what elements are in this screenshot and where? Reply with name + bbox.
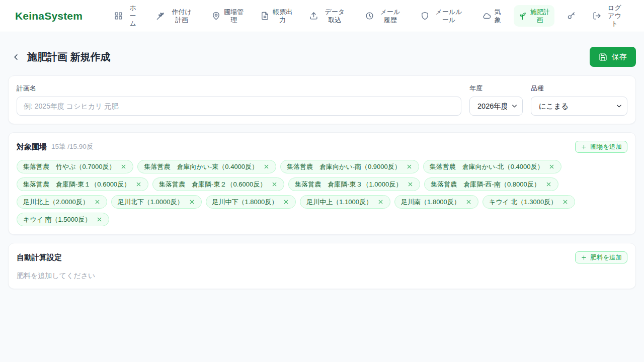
field-chip-label: 足川北上（2.0000反） <box>23 198 89 207</box>
field-chip: 集落営農 竹やぶ（0.7000反） <box>17 160 133 173</box>
plan-name-input[interactable] <box>17 97 461 116</box>
remove-field-button[interactable] <box>548 163 555 170</box>
remove-field-button[interactable] <box>406 163 413 170</box>
field-chip: 足川北上（2.0000反） <box>17 195 107 209</box>
nav-item-weather[interactable]: 気象 <box>478 5 506 27</box>
sprout-icon <box>518 12 527 20</box>
logout-icon <box>593 12 601 20</box>
field-chip-label: 集落営農 倉庫隣-西-南（0.8000反） <box>431 180 540 189</box>
field-chip-label: 集落営農 倉庫向かい-東（0.4000反） <box>144 162 258 171</box>
field-chip: 足川中上（1.1000反） <box>300 195 390 209</box>
field-chip-label: 集落営農 倉庫隣-東２（0.6000反） <box>159 180 266 189</box>
upload-icon <box>309 12 318 20</box>
target-fields-summary: 15筆 /15.90反 <box>51 142 93 151</box>
nav-item-mail-history[interactable]: メール履歴 <box>361 5 408 27</box>
field-chip-label: 集落営農 竹やぶ（0.7000反） <box>23 162 115 171</box>
plan-name-label: 計画名 <box>17 84 461 93</box>
nav-item-label: 施肥計画 <box>530 8 550 24</box>
remove-field-button[interactable] <box>562 199 569 205</box>
add-fertilizer-button-label: 肥料を追加 <box>590 253 622 262</box>
field-chip-label: 足川中上（1.1000反） <box>306 198 372 207</box>
nav-item-label: メール履歴 <box>377 8 404 24</box>
variety-select[interactable]: にこまる <box>531 97 627 116</box>
nav-item-label: メールルール <box>433 8 465 24</box>
nav-item-logout[interactable]: ログアウト <box>588 1 629 31</box>
key-icon <box>567 12 576 20</box>
field-chip: 集落営農 倉庫向かい-東（0.4000反） <box>137 160 276 173</box>
nav-item-mail-rules[interactable]: メールルール <box>416 5 470 27</box>
nav-item-report-output[interactable]: 帳票出力 <box>256 5 297 27</box>
field-chip: 集落営農 倉庫隣-西-南（0.8000反） <box>424 177 558 191</box>
remove-field-button[interactable] <box>120 163 127 170</box>
nav-item-home[interactable]: ホーム <box>110 1 144 31</box>
remove-field-button[interactable] <box>271 181 278 188</box>
field-chip-label: 集落営農 倉庫向かい-北（0.4000反） <box>430 162 544 171</box>
history-icon <box>365 12 374 20</box>
field-chip-label: 足川北下（1.0000反） <box>118 198 184 207</box>
field-chip: 足川北下（1.0000反） <box>111 195 202 209</box>
field-chip-label: 足川中下（1.8000反） <box>212 198 278 207</box>
nav-item-field-management[interactable]: 圃場管理 <box>207 5 248 27</box>
plan-form-card: 計画名 年度 2026年度 品種 にこまる <box>8 75 636 124</box>
save-button-label: 保存 <box>612 52 627 62</box>
plus-icon <box>581 254 587 261</box>
cloud-icon <box>482 12 491 20</box>
wheat-icon <box>156 12 165 20</box>
brand-logo[interactable]: KeinaSystem <box>15 10 83 22</box>
remove-field-button[interactable] <box>135 181 142 188</box>
field-chip-label: 集落営農 倉庫向かい-南（0.9000反） <box>287 162 401 171</box>
save-button[interactable]: 保存 <box>590 47 636 67</box>
page-title: 施肥計画 新規作成 <box>27 50 111 64</box>
chevron-left-icon <box>11 52 21 62</box>
auto-calc-title: 自動計算設定 <box>17 253 62 262</box>
remove-field-button[interactable] <box>263 163 270 170</box>
nav-item-label: 気象 <box>495 8 501 24</box>
field-chip: 集落営農 倉庫向かい-南（0.9000反） <box>280 160 419 173</box>
auto-calc-card: 自動計算設定 肥料を追加 肥料を追加してください <box>8 243 636 289</box>
field-chip: 集落営農 倉庫隣-東２（0.6000反） <box>152 177 284 191</box>
year-select[interactable]: 2026年度 <box>469 97 523 116</box>
remove-field-button[interactable] <box>377 199 384 205</box>
add-field-button[interactable]: 圃場を追加 <box>575 141 627 153</box>
nav-item-label: ログアウト <box>605 4 624 28</box>
remove-field-button[interactable] <box>545 181 552 188</box>
field-chips: 集落営農 竹やぶ（0.7000反）集落営農 倉庫向かい-東（0.4000反）集落… <box>17 160 627 226</box>
nav-item-data-import[interactable]: データ取込 <box>305 5 352 27</box>
field-chip: 集落営農 倉庫隣-東１（0.6000反） <box>17 177 148 191</box>
field-chip: 集落営農 倉庫向かい-北（0.4000反） <box>423 160 562 173</box>
remove-field-button[interactable] <box>94 199 101 205</box>
nav-item-password[interactable] <box>562 9 580 23</box>
field-chip-label: キウイ 北（1.3000反） <box>489 198 557 207</box>
remove-field-button[interactable] <box>283 199 289 205</box>
nav-item-planting-plan[interactable]: 作付け計画 <box>152 5 199 27</box>
field-chip: キウイ 北（1.3000反） <box>482 195 575 209</box>
field-chip-label: 集落営農 倉庫隣-東３（1.0000反） <box>295 180 402 189</box>
back-button[interactable] <box>9 50 23 64</box>
remove-field-button[interactable] <box>407 181 414 188</box>
grid-icon <box>114 12 123 20</box>
nav-items: ホーム作付け計画圃場管理帳票出力データ取込メール履歴メールルール気象施肥計画ログ… <box>110 1 629 31</box>
field-chip-label: キウイ 南（1.5000反） <box>23 215 91 224</box>
save-icon <box>599 53 607 61</box>
field-chip: 足川中下（1.8000反） <box>206 195 296 209</box>
nav-item-fertilization-plan[interactable]: 施肥計画 <box>514 5 554 27</box>
remove-field-button[interactable] <box>465 199 472 205</box>
year-label: 年度 <box>469 84 523 93</box>
variety-field: 品種 にこまる <box>531 84 627 116</box>
add-fertilizer-button[interactable]: 肥料を追加 <box>575 251 627 263</box>
pin-icon <box>212 12 220 20</box>
nav-item-label: 帳票出力 <box>273 8 292 24</box>
remove-field-button[interactable] <box>96 216 103 223</box>
remove-field-button[interactable] <box>189 199 195 205</box>
page-header: 施肥計画 新規作成 保存 <box>0 32 644 75</box>
year-field: 年度 2026年度 <box>469 84 523 116</box>
add-field-button-label: 圃場を追加 <box>590 143 622 151</box>
field-chip: キウイ 南（1.5000反） <box>17 213 109 226</box>
doc-icon <box>261 12 269 20</box>
target-fields-title: 対象圃場 <box>17 142 47 152</box>
variety-label: 品種 <box>531 84 627 93</box>
shield-icon <box>421 12 429 20</box>
nav-item-label: 圃場管理 <box>224 8 244 24</box>
nav-item-label: 作付け計画 <box>169 8 195 24</box>
auto-calc-empty-text: 肥料を追加してください <box>17 272 627 281</box>
